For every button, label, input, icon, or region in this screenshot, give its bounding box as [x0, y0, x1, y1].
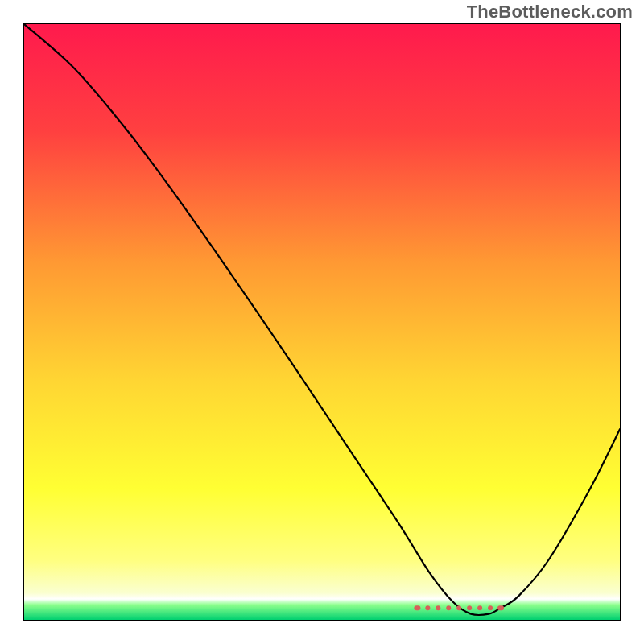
plot-frame — [23, 23, 621, 621]
min-marker-dash — [446, 605, 451, 610]
min-marker-dash — [477, 605, 482, 610]
min-marker-dash — [456, 605, 461, 610]
min-marker-dash — [467, 605, 472, 610]
minimum-marker-cluster — [414, 605, 504, 610]
min-marker-dash — [414, 605, 420, 610]
chart-svg — [24, 24, 620, 620]
stage: TheBottleneck.com — [0, 0, 644, 644]
watermark-text: TheBottleneck.com — [467, 2, 633, 23]
min-marker-dash — [425, 605, 430, 610]
plot-area — [24, 24, 620, 620]
min-marker-dash — [497, 605, 504, 610]
min-marker-dash — [436, 605, 440, 610]
min-marker-dash — [488, 605, 493, 610]
